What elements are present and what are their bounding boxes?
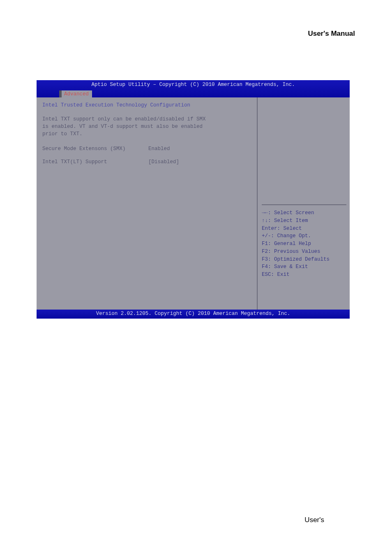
bios-section-title: Intel Trusted Execution Technology Confi… (42, 102, 254, 108)
help-key-change-opt: +/-: Change Opt. (262, 232, 346, 240)
bios-info-text: Intel TXT support only can be enabled/di… (42, 116, 254, 138)
bios-left-pane: Intel Trusted Execution Technology Confi… (37, 97, 257, 310)
help-key-select-screen: →←: Select Screen (262, 209, 346, 217)
bios-footer: Version 2.02.1205. Copyright (C) 2010 Am… (37, 310, 350, 319)
bios-titlebar: Aptio Setup Utility – Copyright (C) 2010… (37, 80, 350, 97)
bios-title: Aptio Setup Utility – Copyright (C) 2010… (37, 80, 350, 88)
help-key-save-exit: F4: Save & Exit (262, 263, 346, 271)
help-key-esc-exit: ESC: Exit (262, 271, 346, 279)
bios-setting-value: Enabled (148, 146, 170, 152)
bios-right-pane: →←: Select Screen ↑↓: Select Item Enter:… (257, 97, 350, 310)
bios-setting-value[interactable]: [Disabled] (148, 159, 179, 165)
bios-info-line: Intel TXT support only can be enabled/di… (42, 116, 254, 123)
bios-screenshot: Aptio Setup Utility – Copyright (C) 2010… (37, 80, 350, 319)
bios-tab-advanced[interactable]: Advanced (59, 90, 92, 97)
help-key-optimized-defaults: F3: Optimized Defaults (262, 256, 346, 264)
bios-body: Intel Trusted Execution Technology Confi… (37, 97, 350, 310)
help-key-select-item: ↑↓: Select Item (262, 217, 346, 225)
bios-help-description (262, 102, 346, 205)
help-key-previous-values: F2: Previous Values (262, 248, 346, 256)
page-header: User's Manual (308, 30, 355, 38)
bios-setting-label: Intel TXT(LT) Support (42, 159, 148, 165)
bios-setting-row-txt[interactable]: Intel TXT(LT) Support [Disabled] (42, 159, 254, 165)
help-key-enter: Enter: Select (262, 225, 346, 233)
bios-setting-label: Secure Mode Extensons (SMX) (42, 146, 148, 152)
bios-help-keys: →←: Select Screen ↑↓: Select Item Enter:… (262, 209, 346, 279)
page-footer: User's (304, 516, 324, 524)
bios-setting-row-smx: Secure Mode Extensons (SMX) Enabled (42, 146, 254, 152)
bios-info-line: is enabled. VT and VT-d support must als… (42, 123, 254, 130)
help-key-general-help: F1: General Help (262, 240, 346, 248)
bios-info-line: prior to TXT. (42, 130, 254, 138)
